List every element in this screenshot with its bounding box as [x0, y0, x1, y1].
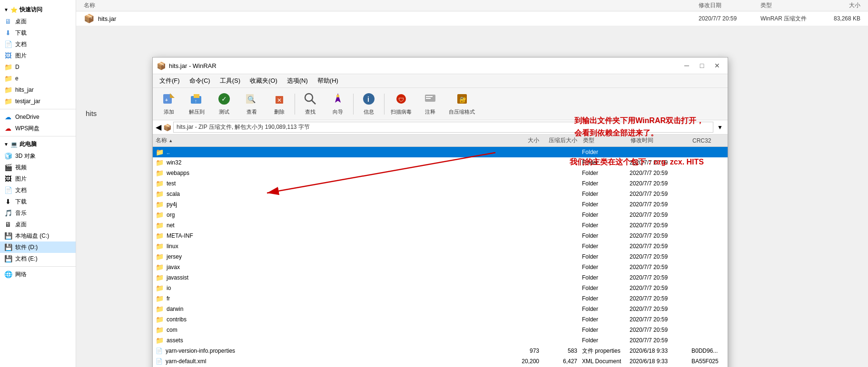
file-row[interactable]: 📁 linux Folder 2020/7/7 20:59 — [153, 241, 728, 251]
file-row[interactable]: 📁 .. Folder — [153, 147, 728, 157]
file-list-body[interactable]: 📁 .. Folder 📁 win32 Folder 2020/7/7 20:5… — [153, 147, 728, 367]
sidebar-item-onedrive[interactable]: ☁ OneDrive — [0, 111, 76, 123]
sidebar-item-3d[interactable]: 🧊 3D 对象 — [0, 150, 76, 162]
file-modified-cell: 2020/7/7 20:59 — [628, 285, 690, 291]
sidebar-item-drive-d[interactable]: 💾 软件 (D:) — [0, 241, 76, 253]
file-type-cell: Folder — [580, 232, 628, 239]
toolbar-protect-button[interactable]: 🔐 自压缩格式 — [444, 90, 479, 118]
file-type-cell: Folder — [580, 285, 628, 291]
col-size-header[interactable]: 大小 — [509, 135, 542, 145]
menu-favorites[interactable]: 收藏夹(O) — [245, 75, 282, 87]
pictures-icon: 🖼 — [4, 51, 12, 60]
title-bar-buttons: ─ □ ✕ — [680, 60, 724, 71]
col-modified-header[interactable]: 修改时间 — [628, 135, 690, 145]
sidebar-item-label: 桌面 — [15, 18, 27, 26]
col-type-header[interactable]: 类型 — [580, 135, 628, 145]
file-row[interactable]: 📁 net Folder 2020/7/7 20:59 — [153, 220, 728, 231]
sidebar-item-downloads[interactable]: ⬇ 下载 — [0, 27, 76, 39]
sidebar-item-pictures2[interactable]: 🖼 图片 — [0, 173, 76, 184]
svg-line-13 — [312, 100, 316, 104]
file-name-text: linux — [167, 243, 178, 250]
sidebar-item-d[interactable]: 📁 D — [0, 61, 76, 73]
protect-icon: 🔐 — [455, 92, 469, 107]
file-row[interactable]: 📁 darwin Folder 2020/7/7 20:59 — [153, 304, 728, 314]
sidebar-item-documents[interactable]: 📄 文档 — [0, 39, 76, 50]
file-name-text: .. — [167, 149, 170, 155]
file-row[interactable]: 📁 contribs Folder 2020/7/7 20:59 — [153, 314, 728, 325]
menu-file[interactable]: 文件(F) — [155, 75, 185, 87]
sidebar-item-wps[interactable]: ☁ WPS网盘 — [0, 123, 76, 134]
address-zip-icon: 📦 — [163, 124, 171, 131]
sidebar-item-testjar-jar[interactable]: 📁 testjar_jar — [0, 96, 76, 107]
sidebar-item-drive-e[interactable]: 💾 文档 (E:) — [0, 253, 76, 264]
file-name-cell: 📁 win32 — [153, 159, 509, 166]
file-row[interactable]: 📄 yarn-default.xml 20,200 6,427 XML Docu… — [153, 356, 728, 367]
sidebar-item-documents2[interactable]: 📄 文档 — [0, 184, 76, 196]
file-row[interactable]: 📁 jersey Folder 2020/7/7 20:59 — [153, 251, 728, 262]
file-row[interactable]: 📁 javax Folder 2020/7/7 20:59 — [153, 262, 728, 272]
toolbar-view-button[interactable]: 🔍 查看 — [238, 90, 265, 118]
menu-options[interactable]: 选项(N) — [282, 75, 313, 87]
file-row[interactable]: 📁 scala Folder 2020/7/7 20:59 — [153, 189, 728, 199]
sidebar-item-pictures[interactable]: 🖼 图片 — [0, 50, 76, 61]
sidebar-item-downloads2[interactable]: ⬇ 下载 — [0, 196, 76, 207]
toolbar-wizard-button[interactable]: 向导 — [325, 90, 351, 118]
col-name-header[interactable]: 名称 ▲ — [153, 135, 509, 145]
col-compressed-header[interactable]: 压缩后大小 — [542, 135, 580, 145]
toolbar-add-button[interactable]: + 添加 — [156, 90, 182, 118]
add-icon: + — [162, 92, 176, 107]
file-row[interactable]: 📁 assets Folder 2020/7/7 20:59 — [153, 335, 728, 346]
file-type-cell: Folder — [580, 316, 628, 323]
sidebar-item-e[interactable]: 📁 e — [0, 73, 76, 84]
address-back-icon[interactable]: ◀ — [156, 123, 161, 132]
this-pc-header[interactable]: ▼ 💻 此电脑 — [0, 138, 76, 150]
sidebar-item-desktop2[interactable]: 🖥 桌面 — [0, 219, 76, 230]
maximize-button[interactable]: □ — [695, 60, 709, 71]
quick-access-header[interactable]: ▼ ⭐ 快速访问 — [0, 4, 76, 16]
toolbar-delete-button[interactable]: ✕ 删除 — [266, 90, 293, 118]
file-type-icon: 📄 — [156, 358, 163, 365]
toolbar-find-label: 查找 — [305, 108, 316, 116]
sidebar-item-desktop[interactable]: 🖥 桌面 — [0, 16, 76, 27]
downloads-icon: ⬇ — [4, 29, 12, 37]
file-row[interactable]: 📁 py4j Folder 2020/7/7 20:59 — [153, 199, 728, 210]
file-row[interactable]: 📁 META-INF Folder 2020/7/7 20:59 — [153, 231, 728, 241]
file-row[interactable]: 📁 webapps Folder 2020/7/7 20:59 — [153, 168, 728, 178]
file-row[interactable]: 📁 win32 Folder 2020/7/7 20:59 — [153, 157, 728, 168]
winrar-toolbar: + 添加 ↑ 解压到 — [153, 88, 728, 120]
bg-file-row-hits[interactable]: 📦 hits.jar 2020/7/7 20:59 WinRAR 压缩文件 83… — [76, 11, 868, 26]
sidebar-item-video[interactable]: 🎬 视频 — [0, 162, 76, 173]
toolbar-comment-button[interactable]: 注释 — [417, 90, 444, 118]
toolbar-find-button[interactable]: 查找 — [297, 90, 324, 118]
toolbar-extract-button[interactable]: ↑ 解压到 — [183, 90, 210, 118]
col-crc-header[interactable]: CRC32 — [690, 136, 728, 145]
file-row[interactable]: 📁 javassist Folder 2020/7/7 20:59 — [153, 272, 728, 283]
sidebar-item-hits-jar[interactable]: 📁 hits_jar — [0, 84, 76, 96]
sidebar-item-network[interactable]: 🌐 网络 — [0, 269, 76, 280]
file-row[interactable]: 📁 test Folder 2020/7/7 20:59 — [153, 178, 728, 189]
sidebar-item-music[interactable]: 🎵 音乐 — [0, 207, 76, 219]
toolbar-virus-button[interactable]: 🛡 扫描病毒 — [386, 90, 416, 118]
sidebar-item-drive-c[interactable]: 💾 本地磁盘 (C:) — [0, 230, 76, 241]
file-row[interactable]: 📁 fr Folder 2020/7/7 20:59 — [153, 293, 728, 304]
address-dropdown[interactable]: ▼ — [715, 123, 725, 132]
file-row[interactable]: 📁 com Folder 2020/7/7 20:59 — [153, 325, 728, 335]
minimize-button[interactable]: ─ — [680, 60, 693, 71]
view-icon: 🔍 — [245, 92, 258, 107]
sidebar-item-label: 视频 — [15, 164, 27, 172]
file-modified-cell: 2020/7/7 20:59 — [628, 295, 690, 302]
file-type-icon: 📄 — [156, 348, 163, 354]
menu-tools[interactable]: 工具(S) — [215, 75, 245, 87]
menu-help[interactable]: 帮助(H) — [313, 75, 343, 87]
file-name-cell: 📁 contribs — [153, 316, 509, 323]
file-row[interactable]: 📄 yarn-version-info.properties 973 583 文… — [153, 346, 728, 356]
file-row[interactable]: 📁 io Folder 2020/7/7 20:59 — [153, 283, 728, 293]
file-type-icon: 📁 — [156, 190, 164, 198]
file-modified-cell: 2020/7/7 20:59 — [628, 232, 690, 239]
menu-command[interactable]: 命令(C) — [185, 75, 215, 87]
close-button[interactable]: ✕ — [710, 60, 724, 71]
file-row[interactable]: 📁 org Folder 2020/7/7 20:59 — [153, 210, 728, 220]
sidebar-divider-1 — [0, 109, 76, 109]
toolbar-info-button[interactable]: i 信息 — [355, 90, 382, 118]
toolbar-test-button[interactable]: ✓ 测试 — [211, 90, 237, 118]
